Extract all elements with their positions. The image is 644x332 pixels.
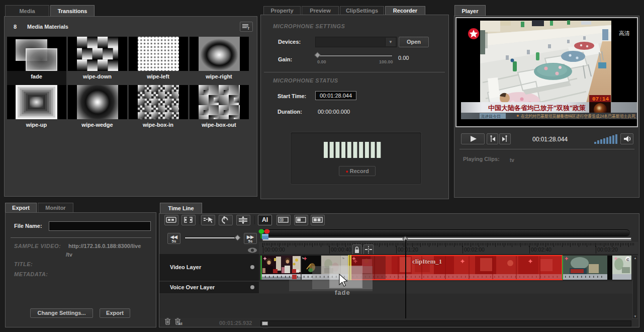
svg-text:T: T	[247, 27, 250, 30]
svg-text:在北约对巴基斯坦莫赫曼德特区进行空袭造成24名巴基斯坦士兵死: 在北约对巴基斯坦莫赫曼德特区进行空袭造成24名巴基斯坦士兵死	[521, 114, 635, 119]
svg-text:流讲目今日: 流讲目今日	[481, 114, 501, 119]
svg-text:all: all	[178, 322, 182, 325]
svg-text:C: C	[626, 258, 629, 262]
svg-text:T: T	[281, 219, 283, 222]
svg-text:高清: 高清	[619, 30, 630, 36]
svg-text:07:14: 07:14	[592, 96, 609, 102]
svg-text:中国大陆各省均已放开"双独"政策: 中国大陆各省均已放开"双独"政策	[488, 104, 586, 112]
svg-text:clipItem_1: clipItem_1	[412, 258, 442, 265]
